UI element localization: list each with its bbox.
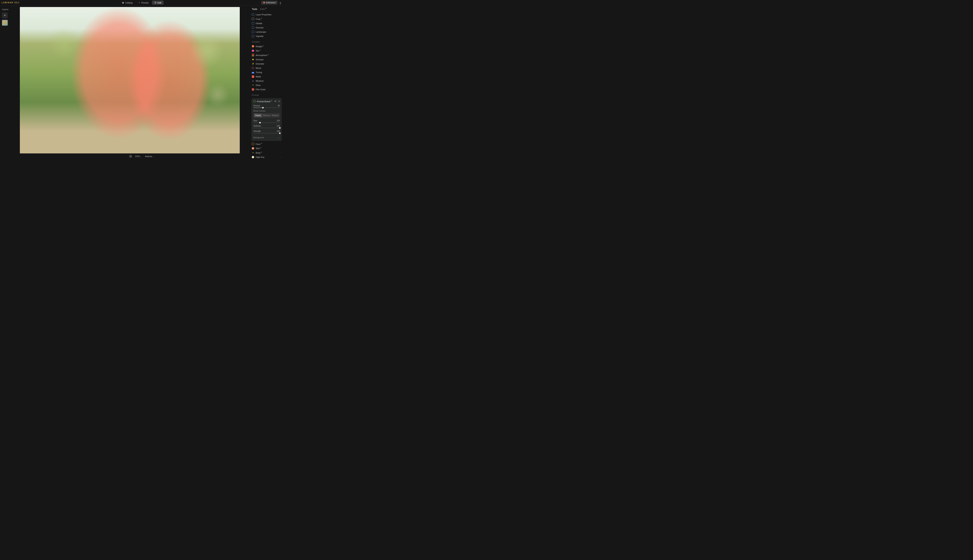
notification-dot: [276, 2, 276, 2]
tool-dramatic[interactable]: ⚡Dramatic: [251, 62, 282, 66]
aperture-icon: [253, 100, 256, 102]
zoom-level[interactable]: 57%⌄: [135, 155, 142, 158]
seg-restore[interactable]: Restore: [271, 113, 279, 117]
slider-label: Softness: [253, 125, 261, 127]
sky-icon: [252, 50, 254, 52]
visibility-toggle-icon[interactable]: 👁: [274, 100, 276, 103]
tab-edits[interactable]: Edits: [260, 8, 266, 10]
amount-slider[interactable]: Amount36: [253, 105, 280, 108]
chevron-down-icon: ⌄: [278, 137, 280, 138]
sunrays-icon: [252, 58, 254, 61]
tool-label: Matte: [256, 75, 261, 78]
top-bar: LUMINAR NEO ▣ Catalog ✧ Presets ☰ Edit E…: [0, 0, 283, 5]
tool-label: CropAI: [256, 18, 262, 20]
background-section[interactable]: Background⌄: [253, 135, 280, 139]
tool-label: RelightAI: [256, 45, 264, 48]
body-icon: ✦: [252, 152, 254, 154]
canvas[interactable]: [20, 7, 240, 153]
presets-label: Presets: [141, 2, 149, 4]
section-portrait: Portrait: [251, 92, 282, 97]
layers-title: Layers: [2, 8, 10, 10]
tool-high-key[interactable]: High Key⌄: [251, 155, 282, 159]
tool-mood[interactable]: Mood: [251, 66, 282, 70]
tool-body[interactable]: ✦BodyAI: [251, 150, 282, 155]
crop-icon: [252, 18, 254, 20]
actions-menu[interactable]: Actions⌄: [145, 155, 154, 158]
tool-denoise[interactable]: Denoise: [251, 25, 282, 30]
mode-switcher: ▣ Catalog ✧ Presets ☰ Edit: [120, 1, 164, 5]
mood-icon: [252, 67, 254, 69]
tool-vignette[interactable]: Vignette: [251, 34, 282, 38]
denoise-icon: [252, 27, 254, 29]
share-icon[interactable]: ⇪: [279, 2, 282, 4]
presets-tab[interactable]: ✧ Presets: [136, 1, 151, 5]
chevron-down-icon: ⌄: [140, 156, 142, 158]
tool-label: Glow: [256, 84, 261, 86]
chevron-down-icon: ⌄: [280, 156, 281, 158]
tool-label: Vignette: [256, 35, 264, 37]
skin-icon: [252, 147, 254, 150]
tool-sky[interactable]: SkyAI: [251, 48, 282, 53]
slider-value: 100: [276, 130, 280, 132]
tools-panel: Tools Edits Layer Properties CropAI Deta…: [251, 7, 282, 159]
tool-layer-properties[interactable]: Layer Properties: [251, 12, 282, 17]
slider-label: Size: [253, 120, 257, 122]
layer-thumbnail[interactable]: [2, 20, 8, 26]
preview-toggle-icon[interactable]: [129, 155, 132, 158]
tool-label: High Key: [256, 156, 264, 158]
tool-label: Mood: [256, 67, 261, 69]
reset-icon[interactable]: ↺: [278, 100, 280, 103]
high-key-icon: [252, 156, 254, 158]
extensions-label: Extensions: [266, 2, 276, 4]
tool-atmosphere[interactable]: AtmosphereAI: [251, 53, 282, 57]
tool-label: SkinAI: [256, 147, 262, 150]
catalog-tab[interactable]: ▣ Catalog: [120, 1, 135, 5]
tab-tools[interactable]: Tools: [252, 8, 257, 10]
vignette-icon: [252, 35, 254, 37]
catalog-label: Catalog: [125, 2, 132, 4]
tool-sunrays[interactable]: Sunrays: [251, 57, 282, 62]
tool-label: Denoise: [256, 27, 264, 29]
tool-landscape[interactable]: Landscape: [251, 30, 282, 34]
slider-label: Strength: [253, 130, 261, 132]
tool-crop[interactable]: CropAI: [251, 17, 282, 21]
tool-skin[interactable]: SkinAI: [251, 146, 282, 150]
tool-toning[interactable]: Toning: [251, 70, 282, 75]
portrait-bokeh-panel: Portrait BokehAI 👁 ↺ Amount36 Brush Cont…: [251, 98, 282, 141]
seg-focus[interactable]: Focus: [254, 113, 262, 117]
tool-matte[interactable]: Matte: [251, 75, 282, 79]
folder-icon: ▣: [122, 2, 124, 4]
extensions-button[interactable]: Extensions: [261, 1, 278, 5]
seg-defocus[interactable]: Defocus: [262, 113, 271, 117]
tool-details[interactable]: Details: [251, 21, 282, 25]
softness-slider[interactable]: Softness100: [253, 125, 280, 128]
layer-properties-icon: [252, 13, 254, 16]
edit-tab[interactable]: ☰ Edit: [152, 1, 164, 5]
atmosphere-icon: [252, 54, 254, 56]
relight-icon: [252, 45, 254, 47]
size-slider[interactable]: Size103: [253, 120, 280, 123]
bottom-controls: 57%⌄ Actions⌄: [129, 155, 154, 158]
tool-label: BodyAI: [256, 152, 262, 154]
tool-label: AtmosphereAI: [256, 54, 269, 57]
tool-film-grain[interactable]: Film Grain: [251, 87, 282, 92]
tool-label: Film Grain: [256, 88, 266, 91]
tool-relight[interactable]: RelightAI: [251, 44, 282, 48]
matte-icon: [252, 75, 254, 78]
slider-value: 103: [276, 120, 280, 122]
edits-indicator-dot: [266, 8, 266, 8]
tool-glow[interactable]: ✦Glow: [251, 83, 282, 87]
app-logo: LUMINAR NEO: [2, 2, 20, 4]
details-icon: [252, 22, 254, 25]
mystical-icon: ▲: [252, 80, 254, 82]
tool-label: Mystical: [256, 80, 264, 82]
dramatic-icon: ⚡: [252, 63, 254, 65]
glow-icon: ✦: [252, 84, 254, 86]
strength-slider[interactable]: Strength100: [253, 130, 280, 133]
section-creative: Creative: [251, 38, 282, 44]
tool-face[interactable]: FaceAI: [251, 142, 282, 146]
slider-label: Amount: [253, 105, 260, 107]
add-layer-button[interactable]: +: [2, 12, 8, 18]
tool-mystical[interactable]: ▲Mystical: [251, 79, 282, 83]
brush-control-title: Brush Control: [253, 110, 280, 112]
